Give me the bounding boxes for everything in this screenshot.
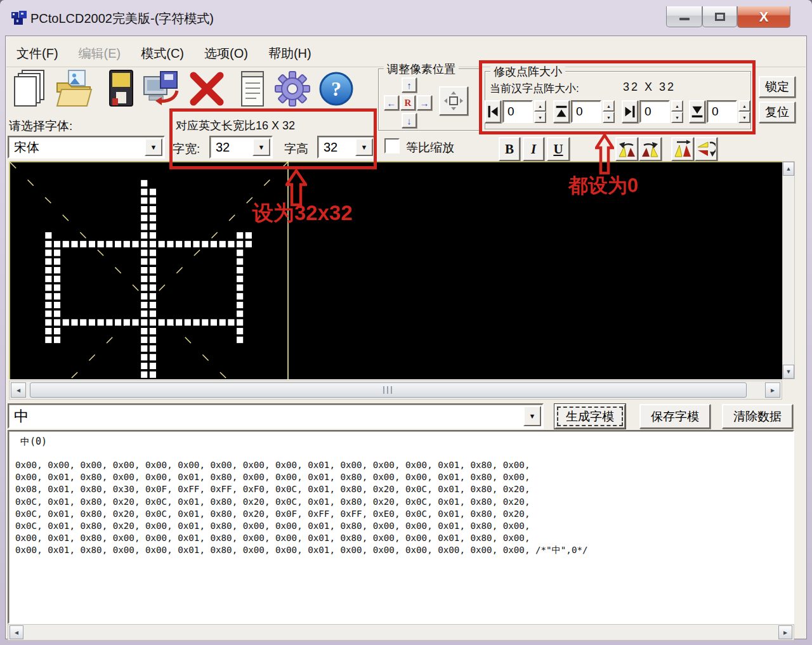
trim-top-icon [555, 104, 568, 119]
preview-vscrollbar[interactable]: ▲ ▼ [782, 161, 795, 379]
maximize-icon [715, 13, 725, 21]
clear-data-button[interactable]: 清除数据 [722, 404, 793, 429]
spin-down-button[interactable]: ▼ [671, 112, 683, 123]
close-icon: X [759, 10, 769, 24]
spin-down-button[interactable]: ▼ [603, 112, 615, 123]
italic-button[interactable]: I [523, 137, 544, 161]
move-right-button[interactable]: → [417, 95, 432, 110]
char-width-dropdown-button[interactable]: ▼ [252, 138, 270, 156]
offset-left-spinner: ▲▼ [534, 100, 546, 123]
trim-left-button[interactable] [485, 100, 501, 123]
move-up-button[interactable]: ↑ [402, 77, 417, 93]
hex-line: 0x0C, 0x01, 0x80, 0x20, 0x0C, 0x01, 0x80… [15, 496, 790, 508]
lock-button[interactable]: 锁定 [759, 76, 796, 98]
generate-font-button[interactable]: 生成字模 [554, 404, 625, 429]
char-input-combobox[interactable]: 中 ▼ [8, 403, 544, 429]
menu-item-file[interactable]: 文件(F) [6, 39, 69, 67]
underline-label: U [553, 141, 563, 157]
char-input-value: 中 [14, 407, 29, 426]
offset-bottom-field[interactable]: 0 [707, 100, 737, 123]
menu-item-help[interactable]: 帮助(H) [258, 39, 322, 67]
annotation-up-arrow [285, 169, 307, 206]
offset-right-field[interactable]: 0 [639, 100, 670, 123]
spin-up-button[interactable]: ▲ [671, 100, 683, 112]
proportional-scale-checkbox[interactable] [384, 138, 400, 153]
move-down-button[interactable]: ↓ [402, 113, 417, 128]
reset-position-button[interactable]: R [400, 95, 416, 110]
help-button[interactable]: ? [316, 66, 357, 112]
scroll-right-button[interactable]: ▸ [765, 382, 780, 398]
font-select-combobox[interactable]: 宋体 ▼ [8, 136, 165, 159]
spin-up-button[interactable]: ▲ [738, 100, 750, 112]
current-matrix-value: 32 X 32 [623, 81, 676, 94]
pixel-preview [9, 161, 782, 379]
char-width-value: 32 [216, 140, 230, 155]
scroll-up-button[interactable]: ▲ [783, 162, 794, 176]
menu-item-mode[interactable]: 模式(C) [131, 39, 194, 67]
maximize-button[interactable] [702, 6, 737, 27]
center-position-button[interactable] [439, 86, 468, 115]
output-hscrollbar[interactable]: ◂ ▸ [8, 624, 794, 641]
right-triangle-icon: ▸ [771, 386, 775, 394]
font-select-dropdown-button[interactable]: ▼ [145, 138, 162, 156]
center-square-icon [443, 90, 464, 112]
rotate-right-button[interactable] [639, 137, 662, 161]
save-button[interactable] [100, 66, 141, 112]
delete-button[interactable] [187, 66, 227, 112]
menu-item-edit[interactable]: 编辑(E) [69, 39, 131, 67]
current-matrix-label: 当前汉字点阵大小: [490, 81, 579, 96]
export-button[interactable] [141, 66, 181, 112]
ratio-text: 对应英文长宽比16 X 32 [176, 118, 295, 133]
menu-item-options[interactable]: 选项(O) [194, 39, 258, 67]
hex-line: 0x0C, 0x01, 0x80, 0x20, 0x0C, 0x01, 0x80… [15, 508, 790, 520]
rotate-left-button[interactable] [615, 137, 638, 161]
settings-button[interactable] [273, 66, 313, 112]
annotation-up-arrow [595, 134, 614, 174]
trim-bottom-button[interactable] [689, 100, 705, 123]
save-font-label: 保存字模 [651, 408, 699, 425]
new-file-icon [11, 69, 48, 108]
scroll-left-button[interactable]: ◂ [10, 625, 23, 639]
move-left-button[interactable]: ← [384, 95, 399, 110]
trim-right-button[interactable] [622, 100, 638, 123]
preview-hscrollbar[interactable]: ◂ ▸ [9, 381, 782, 400]
output-header: 中(0) [20, 436, 47, 448]
reset-button[interactable]: 复位 [759, 101, 796, 123]
italic-label: I [531, 141, 536, 157]
spin-down-button[interactable]: ▼ [534, 112, 546, 123]
pixel-grid-canvas[interactable] [9, 161, 782, 379]
chevron-down-icon: ▼ [150, 143, 157, 151]
hscroll-thumb[interactable] [30, 382, 747, 398]
offset-left-field[interactable]: 0 [502, 100, 533, 123]
spin-down-button[interactable]: ▼ [738, 112, 750, 123]
hex-output-area[interactable]: 中(0) 0x00, 0x00, 0x00, 0x00, 0x00, 0x00,… [8, 430, 794, 624]
new-file-button[interactable] [9, 66, 49, 112]
scroll-right-button[interactable]: ▸ [778, 625, 792, 639]
notes-button[interactable] [232, 66, 273, 112]
char-input-dropdown-button[interactable]: ▼ [523, 406, 541, 426]
hex-line: 0x0C, 0x01, 0x80, 0x20, 0x00, 0x01, 0x80… [15, 520, 790, 532]
scroll-down-button[interactable]: ▼ [783, 365, 794, 379]
char-height-combobox[interactable]: 32 ▼ [317, 136, 376, 159]
char-width-combobox[interactable]: 32 ▼ [209, 136, 273, 159]
trim-top-button[interactable] [553, 100, 570, 123]
open-file-button[interactable] [53, 66, 94, 112]
scroll-left-button[interactable]: ◂ [11, 382, 26, 398]
proportional-scale-label: 等比缩放 [406, 140, 454, 156]
minimize-button[interactable] [666, 6, 702, 27]
offset-top-field[interactable]: 0 [571, 100, 601, 123]
close-button[interactable]: X [737, 6, 790, 28]
offset-right-spinner: ▲▼ [671, 100, 683, 123]
save-font-button[interactable]: 保存字模 [639, 404, 710, 429]
font-select-label: 请选择字体: [9, 118, 72, 134]
window-title: PCtoLCD2002完美版-(字符模式) [30, 10, 214, 27]
flip-horizontal-button[interactable] [695, 137, 717, 161]
bold-button[interactable]: B [499, 137, 520, 161]
matrix-size-title: 修改点阵大小 [490, 64, 565, 79]
spin-up-button[interactable]: ▲ [603, 100, 615, 112]
char-height-dropdown-button[interactable]: ▼ [355, 138, 373, 156]
flip-vertical-button[interactable] [671, 137, 694, 161]
underline-button[interactable]: U [547, 137, 570, 161]
down-triangle-icon: ▼ [786, 368, 792, 375]
spin-up-button[interactable]: ▲ [534, 100, 546, 112]
